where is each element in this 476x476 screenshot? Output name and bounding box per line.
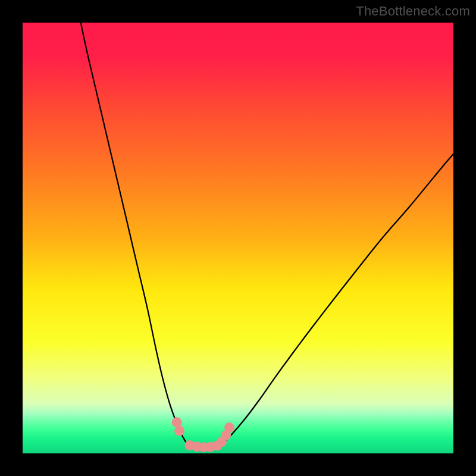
watermark-text: TheBottleneck.com [356,4,470,19]
data-marker [174,426,184,436]
chart-svg [23,23,453,453]
data-marker [172,417,182,427]
plot-area [23,23,453,453]
data-marker [224,422,234,433]
gradient-background [23,23,453,453]
outer-frame: TheBottleneck.com [0,0,476,476]
